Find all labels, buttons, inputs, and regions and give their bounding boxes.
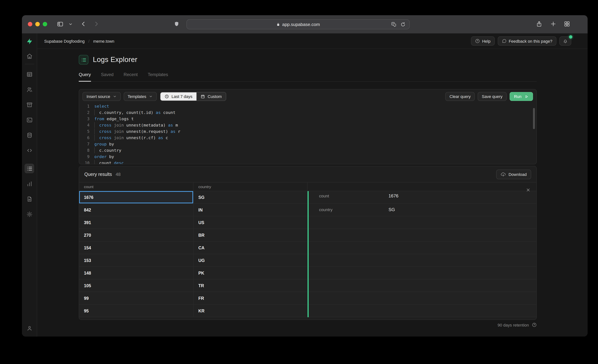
table-cell[interactable]: 842 (79, 204, 193, 216)
date-range-custom[interactable]: Custom (197, 92, 226, 101)
results-header: Query results 48 Download (79, 166, 536, 182)
table-cell[interactable]: BR (193, 229, 307, 241)
insert-source-dropdown[interactable]: Insert source (83, 92, 121, 101)
tab-overview-icon[interactable] (564, 21, 570, 27)
table-cell[interactable]: IN (193, 204, 307, 216)
table-icon (26, 71, 33, 77)
sql-editor[interactable]: 1select2c.country, count(t.id) as count3… (79, 103, 536, 164)
clear-query-button[interactable]: Clear query (446, 92, 475, 101)
file-text-icon (26, 196, 33, 202)
back-button[interactable] (80, 21, 87, 27)
retention-label: 90 days retention (498, 323, 529, 327)
table-cell[interactable]: PK (193, 267, 307, 279)
sidebar-item-home[interactable] (25, 51, 34, 61)
code-line: 3from edge_logs t (79, 116, 536, 122)
tab-recent[interactable]: Recent (124, 72, 138, 81)
bell-icon (563, 38, 568, 44)
table-cell[interactable]: 270 (79, 229, 193, 241)
sidebar-item-auth[interactable] (25, 85, 34, 94)
table-cell[interactable]: 1676 (79, 191, 193, 203)
download-button[interactable]: Download (496, 169, 531, 179)
table-cell[interactable]: CA (193, 242, 307, 254)
table-cell[interactable]: 148 (79, 267, 193, 279)
sql-editor-lines: 1select2c.country, count(t.id) as count3… (79, 103, 536, 164)
code-line: 10count desc (79, 160, 536, 164)
table-cell[interactable]: FR (193, 292, 307, 304)
new-tab-icon[interactable] (550, 21, 556, 27)
browser-toolbar: app.supabase.com A (22, 15, 588, 33)
line-number: 8 (79, 147, 90, 154)
code-line: 7group by (79, 141, 536, 147)
table-cell[interactable]: SG (193, 191, 307, 203)
detail-row-count: count 1676 (309, 189, 536, 202)
chevron-down-icon[interactable] (69, 22, 72, 26)
code-line: 2c.country, count(t.id) as count (79, 109, 536, 116)
close-icon[interactable] (526, 187, 530, 194)
page-title: Logs Explorer (93, 56, 137, 64)
tab-saved[interactable]: Saved (101, 72, 114, 81)
help-button[interactable]: Help (471, 36, 495, 46)
sidebar-item-profile[interactable] (25, 323, 34, 333)
save-query-button[interactable]: Save query (478, 92, 507, 101)
sidebar-item-database[interactable] (25, 130, 34, 140)
traffic-lights (28, 22, 47, 26)
tab-templates[interactable]: Templates (148, 72, 168, 81)
privacy-shield-icon[interactable] (174, 21, 179, 27)
gear-icon (26, 211, 33, 217)
results-count: 48 (116, 172, 121, 177)
table-cell[interactable]: US (193, 216, 307, 229)
forward-button[interactable] (93, 21, 100, 27)
tab-query[interactable]: Query (79, 72, 91, 82)
help-circle-icon (475, 39, 480, 43)
sidebar-item-sql-editor[interactable] (25, 115, 34, 125)
translate-icon[interactable]: A (391, 22, 397, 27)
code-line: 5cross join unnest(m.request) as r (79, 128, 536, 135)
sidebar-item-storage[interactable] (25, 100, 34, 109)
table-cell[interactable]: 391 (79, 216, 193, 229)
zoom-window-button[interactable] (43, 22, 47, 26)
editor-scrollbar-thumb[interactable] (533, 108, 535, 129)
sidebar-item-settings[interactable] (25, 209, 34, 219)
users-icon (26, 86, 33, 93)
sidebar-item-docs[interactable] (25, 194, 34, 204)
browser-window: app.supabase.com A (22, 15, 588, 337)
question-circle-icon[interactable] (532, 323, 537, 327)
share-icon[interactable] (536, 20, 542, 27)
notifications-button[interactable] (559, 36, 571, 46)
play-icon (524, 94, 529, 98)
table-cell[interactable]: 154 (79, 242, 193, 254)
lock-icon (276, 22, 280, 26)
reload-icon[interactable] (400, 22, 406, 27)
table-cell[interactable]: UG (193, 254, 307, 267)
sidebar-item-api[interactable] (25, 146, 34, 155)
templates-dropdown[interactable]: Templates (124, 92, 157, 101)
sidebar-item-reports[interactable] (25, 179, 34, 188)
table-cell[interactable]: KR (193, 305, 307, 317)
detail-label: country (319, 207, 389, 212)
column-header-country[interactable]: country (193, 183, 307, 191)
sidebar-item-table-editor[interactable] (25, 69, 34, 79)
supabase-logo-icon[interactable] (26, 38, 33, 45)
minimize-window-button[interactable] (35, 22, 40, 26)
sidebar-item-logs-explorer[interactable] (25, 164, 34, 173)
run-query-button[interactable]: Run (510, 92, 533, 101)
table-cell[interactable]: 95 (79, 305, 193, 317)
table-cell[interactable]: 105 (79, 279, 193, 292)
line-number: 1 (79, 103, 90, 109)
code-line: 6cross join unnest(r.cf) as c (79, 135, 536, 141)
address-bar[interactable]: app.supabase.com A (186, 19, 410, 29)
breadcrumb-org[interactable]: Supabase Dogfooding (44, 39, 85, 43)
breadcrumb-project[interactable]: meme.town (93, 39, 114, 43)
feedback-button[interactable]: Feedback on this page? (498, 36, 556, 46)
column-header-count[interactable]: count (79, 183, 193, 191)
date-range-last-7-days[interactable]: Last 7 days (160, 92, 197, 101)
selected-row-accent-bar (307, 191, 308, 317)
table-cell[interactable]: TR (193, 279, 307, 292)
sidebar-toggle-icon[interactable] (57, 21, 64, 27)
clock-icon (164, 94, 169, 99)
table-cell[interactable]: 99 (79, 292, 193, 304)
code-line: 9order by (79, 154, 536, 160)
table-cell[interactable]: 153 (79, 254, 193, 267)
help-button-label: Help (482, 39, 490, 43)
close-window-button[interactable] (28, 22, 32, 26)
